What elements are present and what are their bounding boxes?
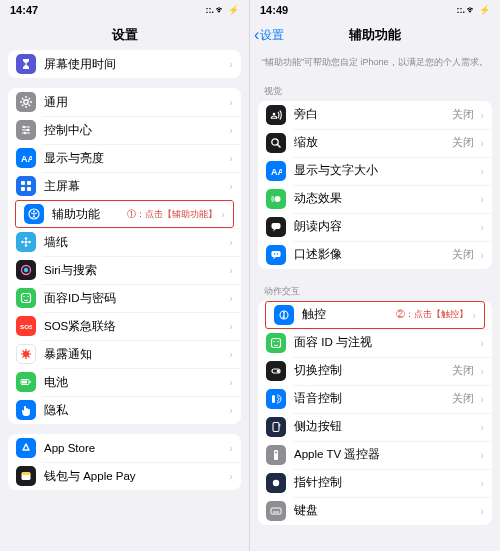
accessibility-list[interactable]: “辅助功能”可帮助您自定 iPhone，以满足您的个人需求。 视觉旁白关闭›缩放… <box>250 50 500 551</box>
chevron-right-icon: › <box>480 165 484 177</box>
row-label: App Store <box>44 442 225 454</box>
row-label: 电池 <box>44 375 225 390</box>
chevron-left-icon: ‹ <box>254 27 259 43</box>
settings-row[interactable]: Siri与搜索› <box>8 256 241 284</box>
status-bar: 14:47 ::. ᯤ ⚡ <box>0 0 249 20</box>
row-value: 关闭 <box>452 136 474 150</box>
chevron-right-icon: › <box>472 309 476 321</box>
back-label: 设置 <box>260 27 284 44</box>
svg-rect-45 <box>279 424 280 427</box>
svg-point-47 <box>275 451 277 453</box>
settings-row[interactable]: 辅助功能①：点击【辅助功能】› <box>15 200 234 228</box>
settings-row[interactable]: 旁白关闭› <box>258 101 492 129</box>
row-label: 语音控制 <box>294 391 452 406</box>
hand-icon <box>16 400 36 420</box>
svg-point-12 <box>25 237 28 240</box>
settings-row[interactable]: 墙纸› <box>8 228 241 256</box>
chevron-right-icon: › <box>229 404 233 416</box>
settings-row[interactable]: 通用› <box>8 88 241 116</box>
svg-point-40 <box>277 340 278 341</box>
section-header: 动作交互 <box>250 279 500 301</box>
settings-row[interactable]: 键盘› <box>258 497 492 525</box>
settings-row[interactable]: 切换控制关闭› <box>258 357 492 385</box>
svg-rect-25 <box>22 381 27 384</box>
svg-point-19 <box>23 296 24 297</box>
chevron-right-icon: › <box>229 236 233 248</box>
svg-rect-44 <box>273 422 279 431</box>
svg-point-35 <box>277 253 279 255</box>
svg-text:AA: AA <box>21 154 32 164</box>
row-label: SOS紧急联络 <box>44 319 225 334</box>
row-label: 动态效果 <box>294 191 476 206</box>
settings-row[interactable]: 隐私› <box>8 396 241 424</box>
settings-row[interactable]: 语音控制关闭› <box>258 385 492 413</box>
back-button[interactable]: ‹ 设置 <box>254 27 284 44</box>
nav-bar: 设置 <box>0 20 249 50</box>
settings-row[interactable]: SOSSOS紧急联络› <box>8 312 241 340</box>
sidebtn-icon <box>266 417 286 437</box>
svg-rect-43 <box>272 395 275 403</box>
row-value: 关闭 <box>452 248 474 262</box>
chevron-right-icon: › <box>229 264 233 276</box>
chevron-right-icon: › <box>229 320 233 332</box>
row-label: 屏幕使用时间 <box>44 57 225 72</box>
row-label: 通用 <box>44 95 225 110</box>
settings-row[interactable]: 控制中心› <box>8 116 241 144</box>
svg-point-2 <box>27 129 29 131</box>
settings-row[interactable]: 主屏幕› <box>8 172 241 200</box>
settings-row[interactable]: 动态效果› <box>258 185 492 213</box>
textsize-icon: AA <box>16 148 36 168</box>
row-value: 关闭 <box>452 392 474 406</box>
row-label: Apple TV 遥控器 <box>294 447 476 462</box>
settings-row[interactable]: 朗读内容› <box>258 213 492 241</box>
accessibility-icon <box>24 204 44 224</box>
page-title: 设置 <box>112 26 138 44</box>
motion-icon <box>266 189 286 209</box>
appstore-icon <box>16 438 36 458</box>
battery-icon <box>16 372 36 392</box>
settings-row[interactable]: App Store› <box>8 434 241 462</box>
settings-row[interactable]: 暴露通知› <box>8 340 241 368</box>
settings-row[interactable]: 缩放关闭› <box>258 129 492 157</box>
row-value: 关闭 <box>452 108 474 122</box>
settings-row[interactable]: 面容 ID 与注视› <box>258 329 492 357</box>
right-pane: 14:49 ::. ᯤ ⚡ ‹ 设置 辅助功能 “辅助功能”可帮助您自定 iPh… <box>250 0 500 551</box>
status-indicators: ::. ᯤ ⚡ <box>206 5 240 15</box>
svg-point-28 <box>273 112 276 115</box>
chevron-right-icon: › <box>480 221 484 233</box>
nav-bar: ‹ 设置 辅助功能 <box>250 20 500 50</box>
settings-row[interactable]: 指针控制› <box>258 469 492 497</box>
row-label: 缩放 <box>294 135 452 150</box>
settings-row[interactable]: Apple TV 遥控器› <box>258 441 492 469</box>
svg-point-42 <box>277 369 280 372</box>
settings-row[interactable]: 口述影像关闭› <box>258 241 492 269</box>
chevron-right-icon: › <box>229 442 233 454</box>
settings-row[interactable]: 钱包与 Apple Pay› <box>8 462 241 490</box>
settings-row[interactable]: 侧边按钮› <box>258 413 492 441</box>
row-label: 侧边按钮 <box>294 419 476 434</box>
settings-row[interactable]: 触控②：点击【触控】› <box>265 301 485 329</box>
row-label: 旁白 <box>294 107 452 122</box>
settings-group: 通用›控制中心›AA显示与亮度›主屏幕›辅助功能①：点击【辅助功能】›墙纸›Si… <box>8 88 241 424</box>
svg-rect-33 <box>272 251 281 257</box>
settings-row[interactable]: 电池› <box>8 368 241 396</box>
svg-rect-7 <box>21 187 25 191</box>
settings-row[interactable]: 屏幕使用时间› <box>8 50 241 78</box>
row-label: 钱包与 Apple Pay <box>44 469 225 484</box>
row-label: 口述影像 <box>294 247 452 262</box>
settings-list[interactable]: 屏幕使用时间›通用›控制中心›AA显示与亮度›主屏幕›辅助功能①：点击【辅助功能… <box>0 50 249 551</box>
row-label: 墙纸 <box>44 235 225 250</box>
row-label: 指针控制 <box>294 475 476 490</box>
remote-icon <box>266 445 286 465</box>
audiodesc-icon <box>266 245 286 265</box>
row-label: 显示与文字大小 <box>294 163 476 178</box>
status-time: 14:47 <box>10 4 38 16</box>
row-label: Siri与搜索 <box>44 263 225 278</box>
svg-point-20 <box>27 296 28 297</box>
settings-row[interactable]: AA显示与亮度› <box>8 144 241 172</box>
svg-point-14 <box>21 241 24 244</box>
settings-row[interactable]: AA显示与文字大小› <box>258 157 492 185</box>
settings-row[interactable]: 面容ID与密码› <box>8 284 241 312</box>
chevron-right-icon: › <box>480 449 484 461</box>
virus-icon <box>16 344 36 364</box>
